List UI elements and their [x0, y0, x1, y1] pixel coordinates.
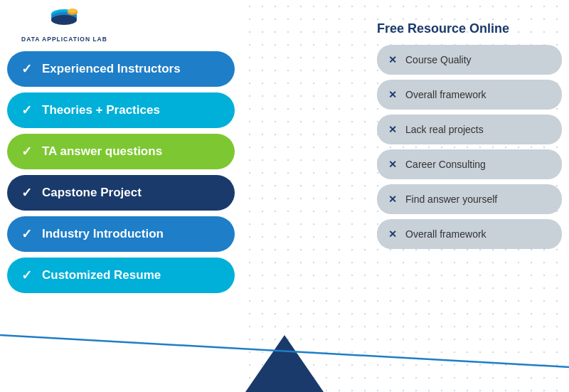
check-icon: ✓	[21, 267, 32, 283]
right-item-label: Career Consulting	[405, 159, 486, 170]
list-item-label: Theories + Practices	[42, 103, 160, 117]
list-item: ✓ Experienced Instructors	[7, 51, 235, 87]
list-item: ✓ Industry Introduction	[7, 216, 235, 252]
right-item: ✕ Career Consulting	[377, 149, 562, 179]
right-item-label: Find answer yourself	[405, 194, 497, 205]
right-column: Free Resource Online ✕ Course Quality ✕ …	[377, 21, 562, 249]
right-item-label: Lack real projects	[405, 124, 484, 135]
x-icon: ✕	[388, 228, 397, 240]
check-icon: ✓	[21, 144, 32, 159]
balance-line-svg	[0, 307, 569, 392]
svg-point-4	[51, 15, 77, 25]
x-icon: ✕	[388, 159, 397, 170]
list-item-label: Industry Introduction	[42, 227, 164, 241]
svg-point-7	[68, 9, 78, 13]
list-item-label: Experienced Instructors	[42, 62, 181, 76]
right-item: ✕ Course Quality	[377, 45, 562, 75]
logo-text: DATA APPLICATION LAB	[21, 36, 107, 43]
list-item-label: TA answer questions	[42, 144, 162, 159]
right-item: ✕ Find answer yourself	[377, 184, 562, 214]
right-item: ✕ Overall framework	[377, 80, 562, 110]
list-item: ✓ TA answer questions	[7, 134, 235, 169]
check-icon: ✓	[21, 102, 32, 118]
right-item-label: Overall framework	[405, 228, 486, 240]
right-item: ✕ Overall framework	[377, 219, 562, 249]
right-item-label: Course Quality	[405, 54, 472, 65]
check-icon: ✓	[21, 185, 32, 201]
list-item: ✓ Capstone Project	[7, 175, 235, 211]
right-list: ✕ Course Quality ✕ Overall framework ✕ L…	[377, 45, 562, 249]
right-title: Free Resource Online	[377, 21, 562, 36]
right-item-label: Overall framework	[405, 89, 486, 100]
x-icon: ✕	[388, 194, 397, 205]
list-item: ✓ Customized Resume	[7, 258, 235, 293]
scale-container	[0, 307, 569, 392]
main-container: DATA APPLICATION LAB ✓ Experienced Instr…	[0, 0, 569, 392]
check-icon: ✓	[21, 61, 32, 77]
list-item-label: Capstone Project	[42, 186, 142, 200]
right-item: ✕ Lack real projects	[377, 115, 562, 144]
list-item-label: Customized Resume	[42, 268, 161, 282]
list-item: ✓ Theories + Practices	[7, 92, 235, 128]
logo-area: DATA APPLICATION LAB	[21, 9, 107, 43]
logo-icon	[46, 9, 83, 34]
left-list: ✓ Experienced Instructors ✓ Theories + P…	[7, 51, 235, 293]
svg-line-8	[0, 335, 569, 367]
check-icon: ✓	[21, 226, 32, 242]
x-icon: ✕	[388, 89, 397, 100]
x-icon: ✕	[388, 54, 397, 65]
x-icon: ✕	[388, 124, 397, 135]
